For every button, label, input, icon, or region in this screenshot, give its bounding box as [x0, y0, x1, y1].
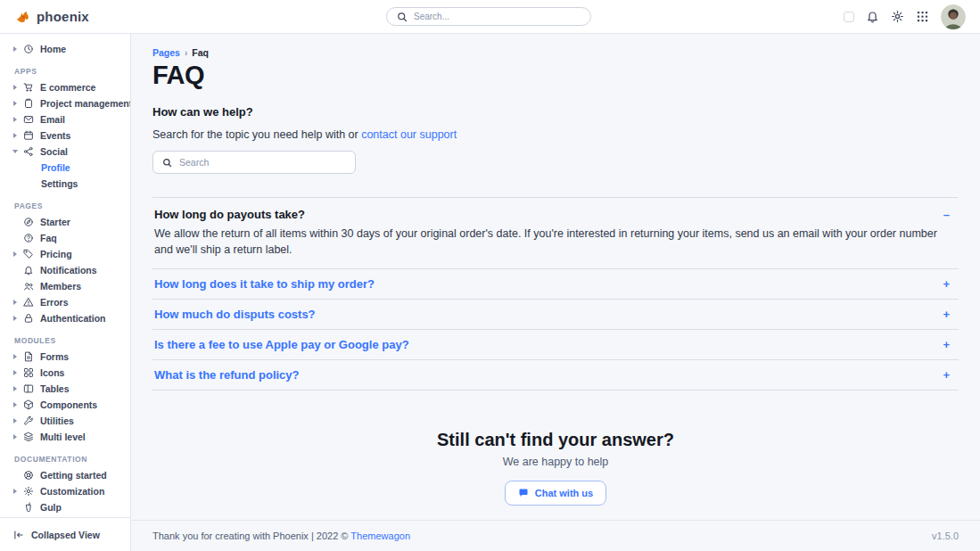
sidebar-item-label: Notifications	[40, 265, 97, 276]
caret-icon	[13, 300, 17, 305]
lock-icon	[23, 313, 34, 324]
grid-nine-icon	[916, 10, 929, 23]
box-icon	[23, 399, 34, 410]
tag-icon	[23, 249, 34, 259]
faq-item-what-is-the-refund-policy[interactable]: What is the refund policy?+	[152, 360, 959, 391]
sidebar-section-label-pages: PAGES	[0, 192, 130, 214]
chat-with-us-button[interactable]: Chat with us	[505, 481, 606, 506]
calendar-icon	[23, 130, 34, 141]
cta-section: Still can't find your answer? We are hap…	[152, 430, 959, 506]
sidebar-item-label: Members	[40, 281, 81, 292]
sidebar-item-multi-level[interactable]: Multi level	[0, 429, 130, 445]
faq-question-text: How much do disputs costs?	[154, 308, 316, 321]
settings-button[interactable]	[891, 10, 904, 23]
sidebar-subitem-profile[interactable]: Profile	[0, 160, 130, 176]
sidebar-item-label: Multi level	[40, 432, 86, 442]
sidebar-item-email[interactable]: Email	[0, 111, 130, 127]
chat-bubble-icon	[518, 488, 529, 498]
search-icon	[397, 12, 408, 22]
faq-item-how-much-do-disputs-costs[interactable]: How much do disputs costs?+	[152, 300, 959, 330]
expand-icon[interactable]: +	[943, 308, 957, 320]
sidebar-item-members[interactable]: Members	[0, 278, 130, 294]
sidebar-item-icons[interactable]: Icons	[0, 365, 130, 381]
breadcrumb-pages-link[interactable]: Pages	[152, 47, 180, 58]
sidebar-subitem-settings[interactable]: Settings	[0, 176, 130, 192]
caret-icon	[13, 354, 17, 359]
sidebar-item-utilities[interactable]: Utilities	[0, 413, 130, 429]
breadcrumb-current: Faq	[192, 47, 209, 58]
warning-icon	[23, 297, 34, 308]
faq-question-row[interactable]: How much do disputs costs?+	[154, 308, 957, 321]
faq-item-is-there-a-fee-to-use-apple-pay-or-googl[interactable]: Is there a fee to use Apple pay or Googl…	[152, 330, 959, 360]
faq-question-row[interactable]: How long does it take to ship my order?+	[154, 277, 957, 291]
caret-icon	[13, 434, 17, 440]
sidebar-item-pricing[interactable]: Pricing	[0, 246, 130, 262]
sidebar-item-getting-started[interactable]: Getting started	[0, 467, 130, 483]
sidebar-item-label: Pricing	[40, 249, 72, 259]
sidebar-item-faq[interactable]: Faq	[0, 230, 130, 246]
faq-search[interactable]	[152, 151, 356, 174]
faq-search-input[interactable]	[179, 157, 346, 168]
sidebar-item-events[interactable]: Events	[0, 127, 130, 144]
sidebar-item-forms[interactable]: Forms	[0, 349, 130, 365]
faq-item-how-long-does-it-take-to-ship-my-order[interactable]: How long does it take to ship my order?+	[152, 269, 959, 300]
navbar-search[interactable]	[386, 7, 591, 26]
help-heading: How can we help?	[152, 105, 959, 119]
expand-icon[interactable]: +	[943, 369, 957, 381]
sidebar-item-authentication[interactable]: Authentication	[0, 310, 130, 326]
share-icon	[23, 146, 34, 157]
phoenix-logo[interactable]: phoenix	[14, 8, 89, 25]
sidebar-item-social[interactable]: Social	[0, 144, 130, 160]
sidebar-item-components[interactable]: Components	[0, 397, 130, 413]
version-label: v1.5.0	[932, 530, 959, 541]
notifications-button[interactable]	[866, 10, 879, 23]
wrench-icon	[23, 415, 34, 426]
caret-icon	[13, 316, 17, 321]
caret-icon	[13, 101, 17, 106]
contact-support-link[interactable]: contact our support	[361, 128, 457, 141]
faq-question-text: Is there a fee to use Apple pay or Googl…	[154, 338, 409, 351]
caret-icon	[13, 117, 17, 122]
sidebar-item-e-commerce[interactable]: E commerce	[0, 79, 130, 95]
caret-icon	[13, 489, 17, 494]
sidebar-item-tables[interactable]: Tables	[0, 381, 130, 397]
expand-icon[interactable]: +	[943, 278, 957, 290]
sidebar-item-starter[interactable]: Starter	[0, 214, 130, 230]
sidebar-item-label: Utilities	[40, 415, 74, 426]
file-icon	[23, 351, 34, 362]
sidebar-item-project-management[interactable]: Project management	[0, 95, 130, 111]
collapse-icon[interactable]: –	[943, 209, 957, 220]
sidebar-section-label-documentation: DOCUMENTATION	[0, 445, 130, 467]
faq-question-row[interactable]: What is the refund policy?+	[154, 368, 957, 382]
caret-icon	[13, 251, 17, 257]
sidebar-item-notifications[interactable]: Notifications	[0, 262, 130, 278]
theme-toggle[interactable]	[844, 12, 854, 22]
phoenix-logo-icon	[14, 8, 31, 25]
faq-answer: We allow the return of all items within …	[154, 226, 957, 258]
themewagon-link[interactable]: Themewagon	[350, 530, 410, 541]
bell-icon	[23, 265, 34, 276]
sidebar: HomeAPPSE commerceProject managementEmai…	[0, 34, 131, 551]
navbar-search-input[interactable]	[414, 12, 581, 21]
sidebar-item-label: Forms	[40, 351, 69, 362]
top-navbar: phoenix	[0, 0, 980, 34]
faq-question-row[interactable]: Is there a fee to use Apple pay or Googl…	[154, 338, 957, 351]
sidebar-item-label: Getting started	[40, 470, 107, 481]
collapsed-view-toggle[interactable]: Collapsed View	[0, 517, 130, 551]
avatar[interactable]	[941, 4, 966, 29]
sidebar-item-home[interactable]: Home	[0, 41, 130, 57]
envelope-icon	[23, 114, 34, 125]
faq-item-how-long-do-payouts-take[interactable]: How long do payouts take?–We allow the r…	[152, 198, 959, 269]
faq-question-row[interactable]: How long do payouts take?–	[154, 208, 957, 221]
faq-question-text: How long does it take to ship my order?	[154, 277, 375, 291]
sidebar-item-errors[interactable]: Errors	[0, 294, 130, 310]
sidebar-section-label-modules: MODULES	[0, 326, 130, 349]
apps-menu-button[interactable]	[916, 10, 929, 23]
sidebar-item-gulp[interactable]: Gulp	[0, 499, 130, 515]
clipboard-icon	[23, 98, 34, 109]
sidebar-item-customization[interactable]: Customization	[0, 483, 130, 499]
expand-icon[interactable]: +	[943, 339, 957, 350]
logo-text: phoenix	[37, 9, 89, 24]
sidebar-section-label-apps: APPS	[0, 57, 130, 79]
sidebar-item-label: Events	[40, 130, 70, 141]
